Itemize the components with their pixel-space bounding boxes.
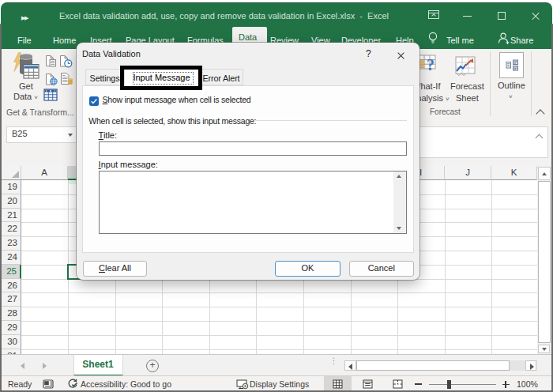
svg-text:?: ? xyxy=(427,56,434,74)
